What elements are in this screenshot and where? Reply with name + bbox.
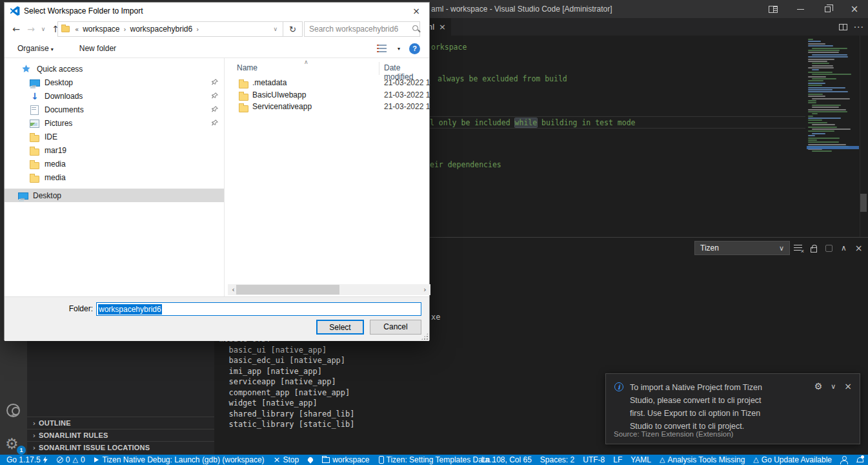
help-icon[interactable]: ? — [409, 43, 420, 54]
restore-button[interactable] — [814, 0, 841, 18]
address-dropdown-icon[interactable]: ∨ — [273, 26, 283, 32]
tree-item-icon — [29, 91, 39, 101]
status-eol[interactable]: LF — [613, 455, 622, 465]
customize-layout-icon[interactable] — [760, 0, 787, 18]
address-bar[interactable]: « workspace › workspacehybrid6 › ∨ — [57, 21, 283, 37]
folder-items: IDE mar19 media media — [5, 130, 224, 184]
column-name[interactable]: Name — [237, 63, 257, 72]
cancel-button[interactable]: Cancel — [370, 320, 421, 335]
more-actions-icon[interactable]: ··· — [854, 24, 864, 30]
editor-scrollbar-thumb[interactable] — [860, 194, 867, 212]
status-workspace[interactable]: workspace — [322, 455, 369, 465]
folder-icon — [29, 132, 39, 142]
tab-close-icon[interactable]: × — [439, 22, 446, 32]
tree-item-icon — [29, 78, 39, 88]
folder-name-input[interactable]: workspacehybrid6 — [96, 302, 421, 316]
organise-button[interactable]: Organise▾ — [14, 44, 57, 53]
file-row[interactable]: .metadata 21-03-2022 11:4 — [228, 77, 430, 89]
close-button[interactable]: × — [841, 0, 868, 18]
minimap[interactable] — [807, 39, 859, 158]
forward-icon: → — [24, 24, 38, 34]
resize-grip[interactable] — [421, 333, 428, 340]
status-feedback[interactable] — [840, 455, 848, 465]
output-line: serviceapp [native_app] — [219, 377, 355, 388]
status-problems[interactable]: 0 △0 — [57, 455, 85, 465]
open-in-editor-icon[interactable] — [825, 245, 833, 252]
sidebar-sections: › OUTLINE › SONARLINT RULES › SONARLINT … — [27, 417, 214, 453]
status-go-version[interactable]: Go 1.17.5 — [6, 455, 48, 465]
select-workspace-folder-dialog: Select Workspace Folder to Import × ← → … — [4, 2, 430, 340]
tree-item[interactable]: Pictures — [5, 116, 224, 130]
select-button[interactable]: Select — [316, 320, 364, 335]
scrollbar-thumb[interactable] — [236, 285, 339, 294]
status-flame[interactable] — [308, 455, 313, 465]
search-input[interactable] — [305, 25, 412, 34]
status-indentation[interactable]: Spaces: 2 — [540, 455, 574, 465]
status-go-update[interactable]: △Go Update Available — [753, 455, 832, 465]
recent-locations-icon[interactable]: ∨ — [38, 26, 48, 32]
tree-item-icon — [29, 105, 39, 115]
notification-gear-icon[interactable]: ⚙ — [814, 381, 823, 391]
view-caret-icon[interactable]: ▾ — [398, 46, 400, 52]
lock-scroll-icon[interactable] — [811, 247, 817, 253]
output-line: component_app [native_app] — [219, 388, 355, 398]
tree-item[interactable]: IDE — [5, 130, 224, 143]
tree-item[interactable]: mar19 — [5, 143, 224, 157]
new-folder-button[interactable]: New folder — [76, 44, 120, 53]
breadcrumb-prefix: « — [74, 26, 80, 33]
file-row[interactable]: Servicenativeapp 21-03-2022 11:5 — [228, 101, 430, 113]
tree-item[interactable]: media — [5, 157, 224, 170]
breadcrumb-workspace[interactable]: workspace — [80, 25, 122, 34]
status-analysis-warning[interactable]: △Analysis Tools Missing — [660, 455, 745, 465]
tree-item-quick-access[interactable]: Quick access — [5, 62, 224, 76]
status-notifications[interactable] — [856, 455, 863, 465]
tree-item[interactable]: Documents — [5, 103, 224, 116]
tree-item[interactable]: Downloads — [5, 89, 224, 103]
close-panel-icon[interactable]: × — [855, 243, 863, 253]
minimize-button[interactable] — [787, 0, 814, 18]
status-stop[interactable]: ×Stop — [274, 455, 299, 465]
list-header: ∧ Name Date modified — [228, 61, 430, 75]
sidebar-section-header[interactable]: › SONARLINT ISSUE LOCATIONS — [27, 441, 214, 453]
notification-chevron-down-icon[interactable]: ∨ — [831, 382, 836, 391]
account-icon[interactable] — [6, 404, 20, 417]
status-encoding[interactable]: UTF-8 — [583, 455, 605, 465]
back-icon[interactable]: ← — [8, 24, 24, 34]
settings-gear-icon[interactable]: ⚙ 1 — [5, 435, 23, 454]
output-line: imi_app [native_app] — [219, 366, 355, 377]
chevron-down-icon: ∨ — [779, 244, 784, 253]
status-language[interactable]: YAML — [631, 455, 651, 465]
maximize-panel-icon[interactable]: ∧ — [841, 243, 847, 253]
search-box — [304, 21, 420, 37]
scroll-right-icon[interactable]: › — [419, 284, 430, 295]
file-rows: .metadata 21-03-2022 11:4 BasicUIwebapp … — [228, 77, 430, 113]
warnings-icon: △ — [72, 457, 77, 463]
view-mode-icon[interactable] — [377, 45, 387, 52]
status-cursor-position[interactable]: Ln 108, Col 65 — [481, 455, 532, 465]
file-row[interactable]: BasicUIwebapp 21-03-2022 11:5 — [228, 89, 430, 101]
caret-down-icon: ▾ — [51, 46, 54, 52]
status-tizen-task[interactable]: Tizen: Setting Templates Data... — [379, 455, 496, 465]
clear-output-icon[interactable] — [794, 245, 802, 251]
chevron-right-icon: › — [195, 26, 200, 33]
status-bar: Go 1.17.5 0 △0 Tizen Native Debug: Launc… — [0, 455, 868, 465]
output-line: basic_ui [native_app] — [219, 345, 355, 356]
dialog-close-icon[interactable]: × — [403, 3, 429, 19]
split-editor-icon[interactable] — [839, 24, 847, 30]
status-debug-launch[interactable]: Tizen Native Debug: Launch (gdb) (worksp… — [94, 455, 265, 465]
sidebar-section-header[interactable]: › OUTLINE — [27, 417, 214, 429]
output-line: shared_library [shared_lib] — [219, 409, 355, 420]
tree-item[interactable]: media — [5, 170, 224, 184]
horizontal-scrollbar[interactable]: ‹ › — [228, 284, 430, 295]
feedback-icon — [840, 456, 848, 464]
tree-item[interactable]: Desktop — [5, 76, 224, 89]
breadcrumb-workspacehybrid6[interactable]: workspacehybrid6 — [127, 25, 195, 34]
desktop-icon — [17, 191, 28, 201]
notification-close-icon[interactable]: × — [844, 381, 852, 391]
output-line: basic_edc_ui [native_app] — [219, 355, 355, 366]
sidebar-section-header[interactable]: › SONARLINT RULES — [27, 429, 214, 441]
output-channel-select[interactable]: Tizen ∨ — [694, 241, 790, 255]
refresh-icon[interactable]: ↻ — [283, 21, 303, 37]
pin-icon — [211, 78, 219, 86]
tree-item-desktop-selected[interactable]: Desktop — [5, 189, 224, 202]
